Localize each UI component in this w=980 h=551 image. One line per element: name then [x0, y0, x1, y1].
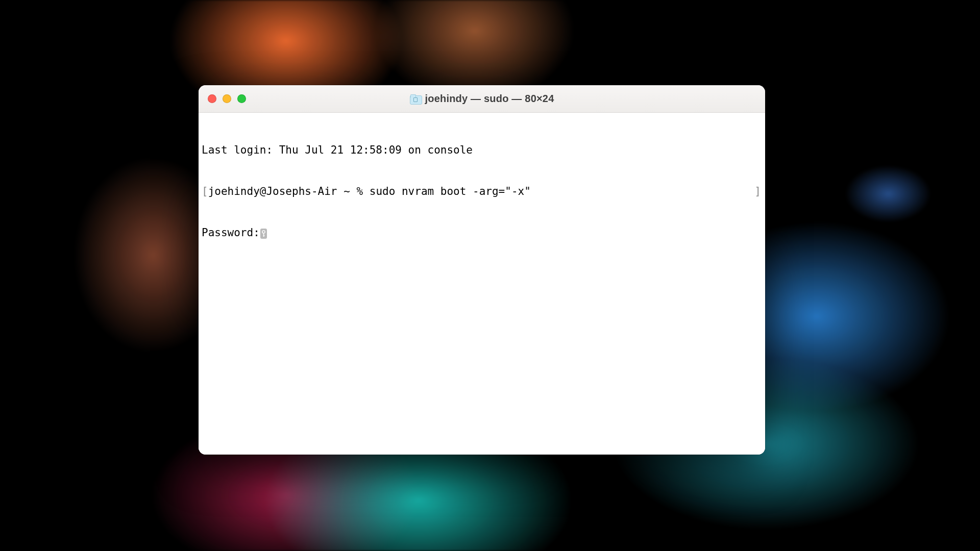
shell-prompt: joehindy@Josephs-Air ~ %	[208, 185, 370, 197]
command-line: [joehindy@Josephs-Air ~ % sudo nvram boo…	[202, 185, 762, 198]
zoom-button[interactable]	[237, 94, 246, 103]
terminal-window: joehindy — sudo — 80×24 Last login: Thu …	[199, 85, 765, 455]
svg-point-0	[262, 231, 265, 233]
password-label: Password:	[202, 227, 260, 239]
prompt-close-bracket: ]	[754, 185, 762, 198]
folder-icon	[410, 94, 421, 104]
traffic-lights	[208, 94, 246, 103]
svg-rect-2	[263, 235, 265, 236]
key-icon	[260, 229, 267, 239]
last-login-line: Last login: Thu Jul 21 12:58:09 on conso…	[202, 143, 762, 157]
terminal-viewport[interactable]: Last login: Thu Jul 21 12:58:09 on conso…	[199, 113, 765, 455]
svg-rect-3	[263, 236, 264, 237]
close-button[interactable]	[208, 94, 216, 103]
password-prompt-line: Password:	[202, 226, 762, 240]
window-titlebar[interactable]: joehindy — sudo — 80×24	[199, 85, 765, 113]
entered-command: sudo nvram boot -arg="-x"	[370, 185, 531, 197]
window-title: joehindy — sudo — 80×24	[425, 93, 554, 105]
prompt-open-bracket: [	[202, 185, 208, 197]
minimize-button[interactable]	[223, 94, 231, 103]
